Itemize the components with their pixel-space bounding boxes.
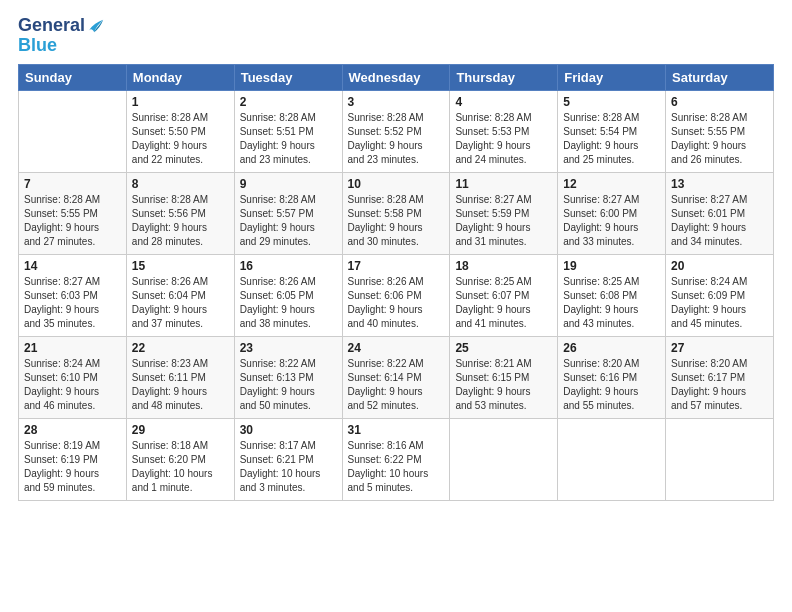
day-info: Sunrise: 8:25 AMSunset: 6:08 PMDaylight:…	[563, 275, 660, 331]
logo-text: General	[18, 16, 85, 36]
day-info: Sunrise: 8:28 AMSunset: 5:55 PMDaylight:…	[671, 111, 768, 167]
calendar-week-5: 28Sunrise: 8:19 AMSunset: 6:19 PMDayligh…	[19, 418, 774, 500]
day-number: 25	[455, 341, 552, 355]
day-number: 27	[671, 341, 768, 355]
day-info: Sunrise: 8:18 AMSunset: 6:20 PMDaylight:…	[132, 439, 229, 495]
col-header-wednesday: Wednesday	[342, 64, 450, 90]
calendar-cell: 28Sunrise: 8:19 AMSunset: 6:19 PMDayligh…	[19, 418, 127, 500]
calendar-cell: 4Sunrise: 8:28 AMSunset: 5:53 PMDaylight…	[450, 90, 558, 172]
calendar-cell: 24Sunrise: 8:22 AMSunset: 6:14 PMDayligh…	[342, 336, 450, 418]
day-number: 16	[240, 259, 337, 273]
day-number: 14	[24, 259, 121, 273]
calendar-cell: 18Sunrise: 8:25 AMSunset: 6:07 PMDayligh…	[450, 254, 558, 336]
day-number: 18	[455, 259, 552, 273]
col-header-thursday: Thursday	[450, 64, 558, 90]
calendar-cell: 29Sunrise: 8:18 AMSunset: 6:20 PMDayligh…	[126, 418, 234, 500]
logo-bird-icon	[87, 17, 105, 35]
calendar-cell: 11Sunrise: 8:27 AMSunset: 5:59 PMDayligh…	[450, 172, 558, 254]
calendar-cell: 13Sunrise: 8:27 AMSunset: 6:01 PMDayligh…	[666, 172, 774, 254]
day-info: Sunrise: 8:28 AMSunset: 5:57 PMDaylight:…	[240, 193, 337, 249]
calendar-header-row: SundayMondayTuesdayWednesdayThursdayFrid…	[19, 64, 774, 90]
day-number: 30	[240, 423, 337, 437]
day-info: Sunrise: 8:28 AMSunset: 5:55 PMDaylight:…	[24, 193, 121, 249]
day-info: Sunrise: 8:22 AMSunset: 6:13 PMDaylight:…	[240, 357, 337, 413]
day-number: 22	[132, 341, 229, 355]
day-number: 31	[348, 423, 445, 437]
day-info: Sunrise: 8:27 AMSunset: 6:03 PMDaylight:…	[24, 275, 121, 331]
day-number: 24	[348, 341, 445, 355]
calendar-cell	[666, 418, 774, 500]
day-info: Sunrise: 8:28 AMSunset: 5:56 PMDaylight:…	[132, 193, 229, 249]
day-number: 29	[132, 423, 229, 437]
calendar-cell: 6Sunrise: 8:28 AMSunset: 5:55 PMDaylight…	[666, 90, 774, 172]
calendar-cell: 1Sunrise: 8:28 AMSunset: 5:50 PMDaylight…	[126, 90, 234, 172]
day-number: 12	[563, 177, 660, 191]
calendar-week-2: 7Sunrise: 8:28 AMSunset: 5:55 PMDaylight…	[19, 172, 774, 254]
day-info: Sunrise: 8:27 AMSunset: 5:59 PMDaylight:…	[455, 193, 552, 249]
day-number: 17	[348, 259, 445, 273]
day-number: 1	[132, 95, 229, 109]
logo-blue: Blue	[18, 35, 57, 55]
calendar-week-3: 14Sunrise: 8:27 AMSunset: 6:03 PMDayligh…	[19, 254, 774, 336]
col-header-friday: Friday	[558, 64, 666, 90]
calendar-page: General Blue SundayMondayTuesdayWednesda…	[0, 0, 792, 612]
calendar-cell: 31Sunrise: 8:16 AMSunset: 6:22 PMDayligh…	[342, 418, 450, 500]
day-number: 8	[132, 177, 229, 191]
day-number: 11	[455, 177, 552, 191]
day-number: 26	[563, 341, 660, 355]
calendar-cell: 7Sunrise: 8:28 AMSunset: 5:55 PMDaylight…	[19, 172, 127, 254]
col-header-tuesday: Tuesday	[234, 64, 342, 90]
day-info: Sunrise: 8:28 AMSunset: 5:52 PMDaylight:…	[348, 111, 445, 167]
day-info: Sunrise: 8:25 AMSunset: 6:07 PMDaylight:…	[455, 275, 552, 331]
calendar-cell	[558, 418, 666, 500]
day-info: Sunrise: 8:28 AMSunset: 5:50 PMDaylight:…	[132, 111, 229, 167]
calendar-cell: 16Sunrise: 8:26 AMSunset: 6:05 PMDayligh…	[234, 254, 342, 336]
calendar-cell: 21Sunrise: 8:24 AMSunset: 6:10 PMDayligh…	[19, 336, 127, 418]
col-header-sunday: Sunday	[19, 64, 127, 90]
calendar-week-4: 21Sunrise: 8:24 AMSunset: 6:10 PMDayligh…	[19, 336, 774, 418]
day-info: Sunrise: 8:28 AMSunset: 5:53 PMDaylight:…	[455, 111, 552, 167]
calendar-week-1: 1Sunrise: 8:28 AMSunset: 5:50 PMDaylight…	[19, 90, 774, 172]
day-info: Sunrise: 8:28 AMSunset: 5:54 PMDaylight:…	[563, 111, 660, 167]
calendar-cell: 26Sunrise: 8:20 AMSunset: 6:16 PMDayligh…	[558, 336, 666, 418]
calendar-cell: 12Sunrise: 8:27 AMSunset: 6:00 PMDayligh…	[558, 172, 666, 254]
calendar-cell	[19, 90, 127, 172]
day-number: 3	[348, 95, 445, 109]
calendar-cell: 23Sunrise: 8:22 AMSunset: 6:13 PMDayligh…	[234, 336, 342, 418]
day-info: Sunrise: 8:28 AMSunset: 5:58 PMDaylight:…	[348, 193, 445, 249]
day-info: Sunrise: 8:26 AMSunset: 6:04 PMDaylight:…	[132, 275, 229, 331]
day-number: 28	[24, 423, 121, 437]
day-number: 15	[132, 259, 229, 273]
calendar-cell: 30Sunrise: 8:17 AMSunset: 6:21 PMDayligh…	[234, 418, 342, 500]
day-number: 23	[240, 341, 337, 355]
day-info: Sunrise: 8:24 AMSunset: 6:09 PMDaylight:…	[671, 275, 768, 331]
calendar-cell: 5Sunrise: 8:28 AMSunset: 5:54 PMDaylight…	[558, 90, 666, 172]
day-info: Sunrise: 8:23 AMSunset: 6:11 PMDaylight:…	[132, 357, 229, 413]
day-number: 13	[671, 177, 768, 191]
calendar-cell: 10Sunrise: 8:28 AMSunset: 5:58 PMDayligh…	[342, 172, 450, 254]
calendar-cell: 3Sunrise: 8:28 AMSunset: 5:52 PMDaylight…	[342, 90, 450, 172]
calendar-cell: 14Sunrise: 8:27 AMSunset: 6:03 PMDayligh…	[19, 254, 127, 336]
header: General Blue	[18, 16, 774, 56]
day-info: Sunrise: 8:17 AMSunset: 6:21 PMDaylight:…	[240, 439, 337, 495]
logo: General Blue	[18, 16, 105, 56]
day-info: Sunrise: 8:28 AMSunset: 5:51 PMDaylight:…	[240, 111, 337, 167]
calendar-cell: 27Sunrise: 8:20 AMSunset: 6:17 PMDayligh…	[666, 336, 774, 418]
day-number: 5	[563, 95, 660, 109]
calendar-cell: 22Sunrise: 8:23 AMSunset: 6:11 PMDayligh…	[126, 336, 234, 418]
col-header-monday: Monday	[126, 64, 234, 90]
day-number: 2	[240, 95, 337, 109]
calendar-cell: 19Sunrise: 8:25 AMSunset: 6:08 PMDayligh…	[558, 254, 666, 336]
calendar-cell: 20Sunrise: 8:24 AMSunset: 6:09 PMDayligh…	[666, 254, 774, 336]
day-info: Sunrise: 8:21 AMSunset: 6:15 PMDaylight:…	[455, 357, 552, 413]
day-info: Sunrise: 8:20 AMSunset: 6:17 PMDaylight:…	[671, 357, 768, 413]
day-number: 6	[671, 95, 768, 109]
calendar-cell: 17Sunrise: 8:26 AMSunset: 6:06 PMDayligh…	[342, 254, 450, 336]
day-info: Sunrise: 8:27 AMSunset: 6:01 PMDaylight:…	[671, 193, 768, 249]
day-info: Sunrise: 8:16 AMSunset: 6:22 PMDaylight:…	[348, 439, 445, 495]
day-info: Sunrise: 8:20 AMSunset: 6:16 PMDaylight:…	[563, 357, 660, 413]
day-info: Sunrise: 8:26 AMSunset: 6:05 PMDaylight:…	[240, 275, 337, 331]
calendar-cell: 8Sunrise: 8:28 AMSunset: 5:56 PMDaylight…	[126, 172, 234, 254]
day-number: 10	[348, 177, 445, 191]
day-info: Sunrise: 8:22 AMSunset: 6:14 PMDaylight:…	[348, 357, 445, 413]
